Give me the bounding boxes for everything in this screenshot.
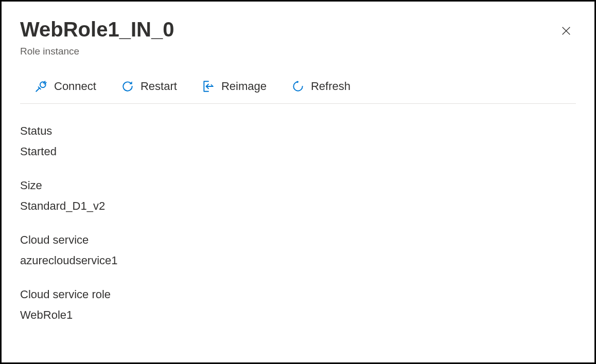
restart-label: Restart: [141, 80, 177, 93]
svg-rect-2: [39, 81, 47, 88]
cloud-service-role-group: Cloud service role WebRole1: [20, 288, 576, 322]
size-value: Standard_D1_v2: [20, 199, 576, 213]
connect-icon: [34, 80, 48, 93]
reimage-icon: [202, 80, 215, 93]
header-row: WebRole1_IN_0 Role instance: [20, 17, 576, 57]
status-group: Status Started: [20, 124, 576, 158]
cloud-service-group: Cloud service azurecloudservice1: [20, 233, 576, 267]
status-label: Status: [20, 124, 576, 138]
close-button[interactable]: [556, 21, 576, 42]
cloud-service-role-label: Cloud service role: [20, 288, 576, 301]
cloud-service-label: Cloud service: [20, 233, 576, 247]
page-title: WebRole1_IN_0: [20, 17, 174, 42]
reimage-button[interactable]: Reimage: [199, 78, 270, 95]
restart-icon: [121, 80, 134, 93]
size-label: Size: [20, 179, 576, 192]
cloud-service-role-value: WebRole1: [20, 308, 576, 322]
connect-button[interactable]: Connect: [31, 78, 99, 95]
cloud-service-value: azurecloudservice1: [20, 254, 576, 267]
toolbar: Connect Restart Reimage: [20, 78, 576, 104]
page-subtitle: Role instance: [20, 46, 174, 57]
size-group: Size Standard_D1_v2: [20, 179, 576, 213]
restart-button[interactable]: Restart: [118, 78, 180, 95]
refresh-button[interactable]: Refresh: [288, 78, 354, 95]
refresh-icon: [291, 80, 305, 93]
connect-label: Connect: [54, 80, 96, 93]
header-text-block: WebRole1_IN_0 Role instance: [20, 17, 174, 57]
details-section: Status Started Size Standard_D1_v2 Cloud…: [20, 124, 576, 322]
status-value: Started: [20, 145, 576, 158]
reimage-label: Reimage: [221, 80, 267, 93]
close-icon: [560, 30, 572, 38]
refresh-label: Refresh: [311, 80, 350, 93]
